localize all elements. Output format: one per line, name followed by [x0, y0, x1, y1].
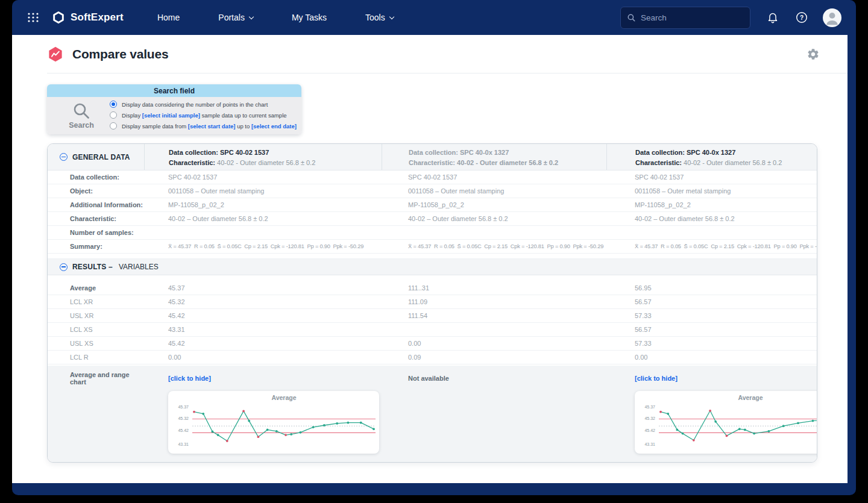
radio-button[interactable]	[110, 122, 117, 130]
chevron-down-icon	[249, 14, 254, 19]
page-content: Compare values Search field Search Displ…	[12, 35, 848, 483]
nav-item-my-tasks[interactable]: My Tasks	[292, 13, 327, 22]
nav-item-home[interactable]: Home	[157, 13, 180, 22]
search-option-2[interactable]: Display [select initial sample] sample d…	[110, 111, 297, 119]
row-value-col2: X̄ = 45.37 R = 0.05 S̄ = 0.05C Cp = 2.15…	[382, 243, 606, 249]
table-row: USL XR45.42111.5457.33	[48, 309, 817, 323]
notifications-bell-icon[interactable]	[766, 11, 779, 24]
page-title: Compare values	[72, 47, 168, 61]
row-value-col3: 56.57	[606, 326, 817, 333]
svg-text:45.32: 45.32	[644, 416, 655, 420]
nav-item-label: Tools	[365, 13, 385, 22]
click-to-hide-link[interactable]: [click to hide]	[606, 375, 817, 382]
svg-text:45.42: 45.42	[178, 428, 189, 433]
search-magnifier-icon	[72, 101, 91, 120]
search-options: Display data considering the number of p…	[107, 102, 297, 128]
search-option-1[interactable]: Display data considering the number of p…	[110, 101, 297, 108]
chart-cell-col1: Average45.3745.3245.4243.31	[144, 391, 382, 454]
nav-search[interactable]	[620, 7, 750, 29]
compare-table-card: GENERAL DATA Data collection: SPC 40-02 …	[47, 143, 817, 463]
row-label: LCL R	[48, 354, 144, 361]
settings-gear-icon[interactable]	[807, 48, 820, 61]
nav-item-portals[interactable]: Portals	[218, 13, 253, 22]
search-icon	[627, 13, 636, 22]
app-launcher-button[interactable]	[27, 11, 40, 24]
nav-item-label: Home	[157, 13, 180, 22]
row-label: Data collection:	[48, 173, 144, 181]
row-label: Characteristic:	[48, 215, 144, 222]
collapse-icon[interactable]	[60, 263, 68, 271]
row-value-col1: 0.00	[144, 354, 382, 361]
table-row: Data collection:SPC 40-02 1537SPC 40-02 …	[48, 170, 817, 184]
average-chart: Average45.3745.3245.4243.31	[635, 391, 817, 454]
row-label: Object:	[48, 187, 144, 195]
help-icon[interactable]: ?	[795, 11, 808, 24]
svg-text:45.37: 45.37	[178, 405, 189, 409]
row-value-col3: 56.57	[606, 298, 817, 305]
search-option-3[interactable]: Display sample data from [select start d…	[110, 122, 297, 130]
select-sample-link[interactable]: [select end date]	[251, 123, 297, 130]
main-nav: HomePortalsMy TasksTools	[157, 13, 394, 22]
nav-item-tools[interactable]: Tools	[365, 13, 394, 22]
chart-row-label: Average and range chart	[48, 371, 144, 386]
row-value-col3: 0011058 – Outer metal stamping	[606, 187, 817, 195]
page-header: Compare values	[47, 35, 848, 73]
row-label: Average	[48, 284, 144, 292]
row-value-col3: X̄ = 45.37 R = 0.05 S̄ = 0.05C Cp = 2.15…	[606, 243, 817, 249]
svg-text:?: ?	[800, 14, 804, 21]
chart-section: Average and range chart [click to hide]N…	[48, 366, 817, 462]
search-side-label: Search	[69, 121, 94, 130]
general-data-section: GENERAL DATA	[48, 144, 144, 170]
column-header-3: Data collection: SPC 40-0x 1327Character…	[606, 144, 817, 170]
user-avatar[interactable]	[823, 8, 841, 27]
row-value-col3: 56.95	[606, 284, 817, 292]
chart-card-row: Average45.3745.3245.4243.31Average45.374…	[48, 391, 817, 454]
row-value-col1: 45.37	[144, 284, 382, 292]
row-value-col2: SPC 40-02 1537	[382, 173, 606, 181]
general-data-label: GENERAL DATA	[72, 153, 130, 161]
row-value-col3: 57.33	[606, 312, 817, 319]
svg-text:45.37: 45.37	[644, 405, 655, 409]
navbar-right: ?	[620, 7, 841, 29]
brand-logo[interactable]: SoftExpert	[52, 11, 124, 24]
app-window: SoftExpert HomePortalsMy TasksTools ?	[12, 0, 856, 495]
row-value-col1: 45.32	[144, 298, 382, 305]
row-value-col2: 111.54	[382, 312, 606, 319]
row-value-col1: X̄ = 45.37 R = 0.05 S̄ = 0.05C Cp = 2.15…	[144, 243, 382, 249]
table-row: LCL R0.000.090.00	[48, 351, 817, 364]
table-row: Summary:X̄ = 45.37 R = 0.05 S̄ = 0.05C C…	[48, 240, 817, 254]
not-available-text: Not available	[382, 375, 606, 382]
spacer-cell	[48, 391, 144, 454]
chevron-down-icon	[389, 14, 394, 19]
radio-button[interactable]	[110, 111, 117, 119]
radio-button[interactable]	[110, 101, 117, 108]
row-label: Number of samples:	[48, 229, 144, 236]
results-rows: Average45.37111..3156.95LCL XR45.32111.0…	[48, 281, 817, 364]
row-label: Additional Information:	[48, 201, 144, 208]
screen: SoftExpert HomePortalsMy TasksTools ?	[0, 0, 868, 503]
row-value-col2: 40-02 – Outer diameter 56.8 ± 0.2	[382, 215, 606, 222]
select-sample-link[interactable]: [select initial sample]	[142, 112, 200, 119]
column-header-1: Data collection: SPC 40-02 1537Character…	[144, 144, 382, 170]
table-row: Number of samples:	[48, 226, 817, 240]
row-value-col3: SPC 40-02 1537	[606, 173, 817, 181]
compare-values-icon	[47, 46, 64, 63]
select-sample-link[interactable]: [select start date]	[188, 123, 236, 130]
row-value-col2: MP-11058_p_02_2	[382, 201, 606, 208]
table-row: USL XS45.420.0057.33	[48, 337, 817, 351]
chart-label-row: Average and range chart [click to hide]N…	[48, 371, 817, 383]
search-option-text: Display [select initial sample] sample d…	[122, 112, 287, 119]
row-value-col3: MP-11058_p_02_2	[606, 201, 817, 208]
svg-text:45.42: 45.42	[644, 428, 655, 433]
column-header-2: Data collection: SPC 40-0x 1327Character…	[382, 144, 606, 170]
general-data-header-row: GENERAL DATA Data collection: SPC 40-02 …	[48, 144, 817, 170]
row-value-col2: 0011058 – Outer metal stamping	[382, 187, 606, 195]
nav-search-input[interactable]	[641, 13, 744, 22]
row-value-col1: 45.42	[144, 340, 382, 347]
collapse-icon[interactable]	[60, 153, 68, 161]
row-value-col3: 0.00	[606, 354, 817, 361]
row-label: LCL XR	[48, 298, 144, 305]
nav-item-label: My Tasks	[292, 13, 327, 22]
variables-label: VARIABLES	[119, 263, 159, 271]
click-to-hide-link[interactable]: [click to hide]	[144, 375, 382, 382]
